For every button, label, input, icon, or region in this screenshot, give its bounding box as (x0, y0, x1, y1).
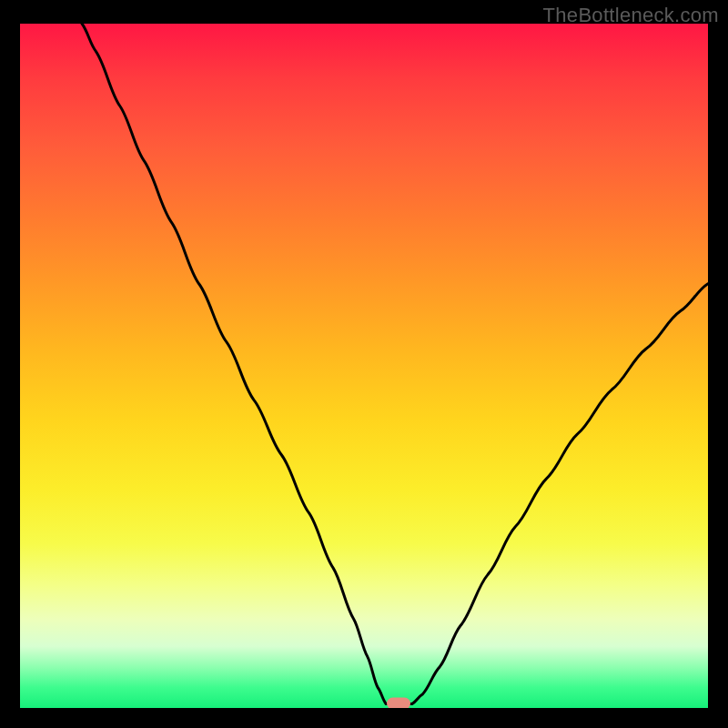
plot-area (20, 24, 708, 708)
bottleneck-curve (20, 24, 708, 708)
optimal-marker (387, 698, 410, 708)
chart-frame: TheBottleneck.com (0, 0, 728, 728)
watermark-text: TheBottleneck.com (543, 4, 719, 27)
